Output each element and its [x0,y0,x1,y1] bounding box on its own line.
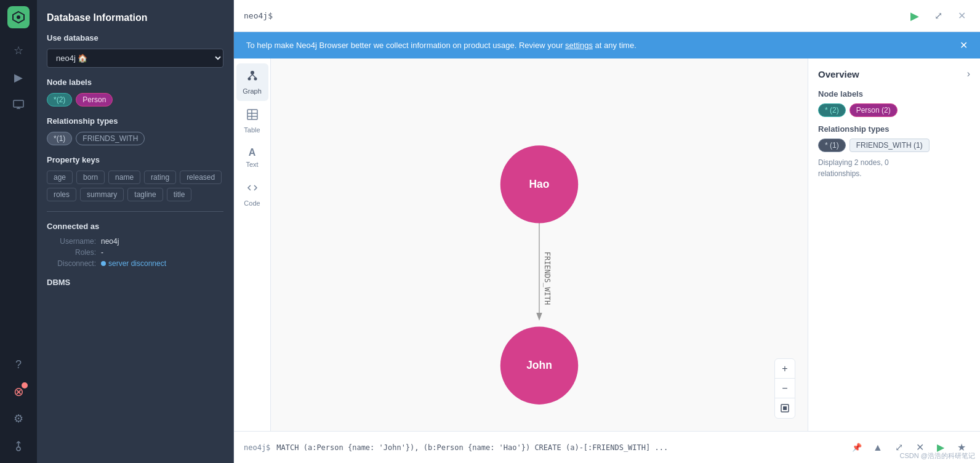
plugin-icon[interactable] [7,435,30,457]
collapse-button[interactable]: ▲ [869,439,886,456]
disconnect-text: server disconnect [108,259,166,268]
username-value: neo4j [101,237,119,246]
overview-header: Overview › [818,68,970,79]
expand-query-button[interactable]: ⤢ [930,7,947,25]
svg-rect-2 [14,100,23,107]
node-label-all[interactable]: *(2) [47,93,72,107]
overview-expand-icon[interactable]: › [967,68,970,79]
panel-title: Database Information [47,12,223,23]
svg-text:John: John [526,359,552,371]
node-labels-title: Node labels [47,78,223,87]
info-banner: To help make Neo4j Browser better we col… [234,32,980,58]
icon-sidebar: ☆ ▶ ? ⊗ ⚙ [0,0,37,463]
bottom-prompt: neo4j$ [244,443,270,452]
table-tab[interactable]: Table [236,102,268,140]
disconnect-button[interactable]: server disconnect [101,259,166,268]
code-tab[interactable]: Code [236,175,268,213]
bottom-bar: neo4j$ MATCH (a:Person {name: 'John'}), … [234,431,980,463]
svg-line-13 [252,74,255,78]
disconnect-label: Disconnect: [47,259,96,268]
overview-panel: Overview › Node labels * (2) Person (2) … [808,58,980,431]
watermark: CSDN @浩浩的科研笔记 [900,451,975,461]
banner-text: To help make Neo4j Browser better we col… [246,41,637,50]
zoom-in-button[interactable]: + [775,359,795,379]
property-keys-list: age born name rating released roles summ… [47,171,223,201]
banner-close-button[interactable]: ✕ [960,39,968,51]
username-label: Username: [47,237,96,246]
overview-node-badges: * (2) Person (2) [818,103,970,117]
result-tab-sidebar: Graph Table A Text [234,58,271,431]
zoom-out-button[interactable]: − [775,379,795,398]
favorites-icon[interactable]: ☆ [7,39,30,62]
property-keys-title: Property keys [47,155,223,164]
prop-born[interactable]: born [76,171,105,184]
prop-age[interactable]: age [47,171,73,184]
node-label-person[interactable]: Person [76,93,113,107]
overview-rel-types-title: Relationship types [818,124,970,134]
prop-roles[interactable]: roles [47,188,76,201]
table-tab-label: Table [244,126,260,134]
graph-svg: FRIENDS_WITH Hao John [271,58,808,431]
graph-tab-label: Graph [243,87,262,95]
svg-point-10 [247,78,251,81]
roles-label: Roles: [47,248,96,257]
main-content: neo4j$ ▶ ⤢ ✕ To help make Neo4j Browser … [234,0,980,463]
pin-button[interactable]: 📌 [848,439,866,456]
graph-canvas[interactable]: FRIENDS_WITH Hao John + − [271,58,808,431]
overview-badge-all-rels[interactable]: * (1) [818,139,846,152]
text-tab-icon: A [249,147,256,158]
prop-summary[interactable]: summary [80,188,124,201]
svg-rect-14 [247,110,257,119]
app-logo[interactable] [7,6,30,28]
overview-badge-friends-with[interactable]: FRIENDS_WITH (1) [849,139,930,152]
overview-status: Displaying 2 nodes, 0relationships. [818,157,970,179]
node-labels-badges: *(2) Person [47,93,223,107]
relationship-types-title: Relationship types [47,116,223,126]
prop-released[interactable]: released [180,171,222,184]
database-select[interactable]: neo4j 🏠 [47,49,223,68]
result-area: Graph Table A Text [234,58,980,431]
play-icon[interactable]: ▶ [7,66,30,89]
database-panel: Database Information Use database neo4j … [37,0,234,463]
overview-title: Overview [818,69,859,79]
svg-point-9 [251,71,254,74]
text-tab-label: Text [246,161,258,168]
code-tab-label: Code [244,199,260,207]
monitor-icon[interactable] [7,94,30,116]
svg-text:Hao: Hao [529,178,550,190]
svg-point-11 [254,78,257,81]
connected-info: Username: neo4j Roles: - Disconnect: ser… [47,237,223,268]
svg-point-1 [17,15,20,19]
use-database-label: Use database [47,33,223,42]
run-query-button[interactable]: ▶ [906,7,923,25]
svg-text:FRIENDS_WITH: FRIENDS_WITH [543,252,552,305]
zoom-fit-button[interactable] [775,398,795,418]
overview-badge-person-nodes[interactable]: Person (2) [849,103,898,117]
connection-error-icon[interactable]: ⊗ [7,380,30,403]
prop-title[interactable]: title [167,188,192,201]
settings-icon[interactable]: ⚙ [7,408,30,430]
prop-tagline[interactable]: tagline [127,188,163,201]
svg-rect-24 [783,406,787,410]
overview-badge-all-nodes[interactable]: * (2) [818,103,846,117]
banner-settings-link[interactable]: settings [565,41,593,50]
dbms-title: DBMS [47,278,223,287]
bottom-query-text: MATCH (a:Person {name: 'John'}), (b:Pers… [276,443,842,452]
close-query-button[interactable]: ✕ [953,7,970,25]
code-tab-icon [246,182,259,197]
svg-line-12 [249,74,252,78]
prop-rating[interactable]: rating [144,171,176,184]
text-tab[interactable]: A Text [236,141,268,174]
prop-name[interactable]: name [108,171,140,184]
table-tab-icon [246,108,259,124]
svg-point-5 [17,447,20,451]
query-bar: neo4j$ ▶ ⤢ ✕ [234,0,980,32]
question-icon[interactable]: ? [7,353,30,376]
rel-type-friends[interactable]: FRIENDS_WITH [76,132,145,145]
graph-tab[interactable]: Graph [236,63,268,101]
roles-value: - [101,248,103,257]
connected-as-title: Connected as [47,222,223,231]
rel-type-all[interactable]: *(1) [47,132,72,145]
overview-rel-badges: * (1) FRIENDS_WITH (1) [818,139,970,152]
zoom-controls: + − [774,358,795,419]
